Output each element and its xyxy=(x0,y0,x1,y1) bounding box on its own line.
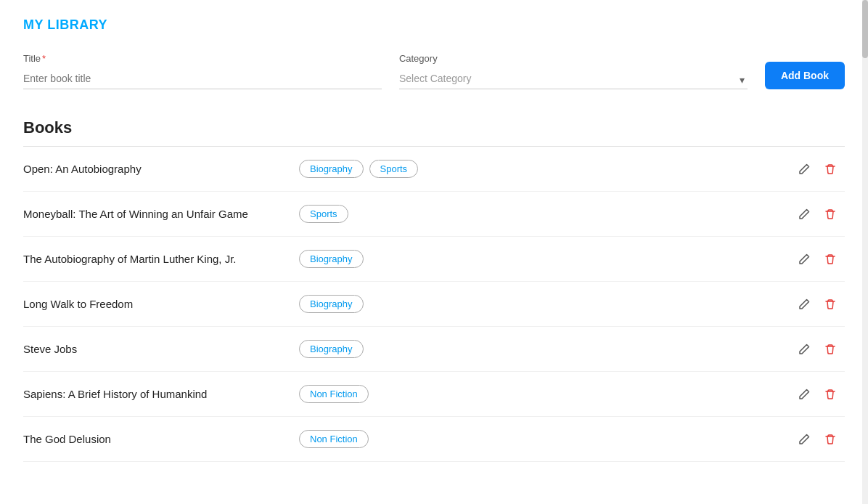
category-badge: Non Fiction xyxy=(299,385,369,403)
trash-icon xyxy=(824,163,836,175)
edit-book-button[interactable] xyxy=(795,341,813,358)
category-badge: Biography xyxy=(299,295,364,313)
scrollbar-track[interactable] xyxy=(862,0,868,504)
edit-book-button[interactable] xyxy=(795,251,813,268)
title-label: Title* xyxy=(23,53,382,64)
title-input[interactable] xyxy=(23,70,382,89)
trash-icon xyxy=(824,298,836,310)
trash-icon xyxy=(824,253,836,265)
table-row: The God DelusionNon Fiction xyxy=(23,417,845,462)
edit-book-button[interactable] xyxy=(795,386,813,403)
delete-book-button[interactable] xyxy=(822,251,839,268)
pencil-icon xyxy=(798,208,810,220)
title-field-container: Title* xyxy=(23,53,382,89)
category-badge: Sports xyxy=(299,205,348,223)
book-categories: Non Fiction xyxy=(299,385,795,403)
table-row: Sapiens: A Brief History of HumankindNon… xyxy=(23,372,845,417)
app-title: MY LIBRARY xyxy=(23,17,845,33)
delete-book-button[interactable] xyxy=(822,386,839,403)
books-list: Open: An AutobiographyBiographySports Mo… xyxy=(23,147,845,462)
book-actions xyxy=(795,251,845,268)
book-categories: Non Fiction xyxy=(299,430,795,448)
book-title: Moneyball: The Art of Winning an Unfair … xyxy=(23,208,299,220)
delete-book-button[interactable] xyxy=(822,296,839,313)
table-row: The Autobiography of Martin Luther King,… xyxy=(23,237,845,282)
table-row: Steve JobsBiography xyxy=(23,327,845,372)
edit-book-button[interactable] xyxy=(795,160,813,178)
required-indicator: * xyxy=(42,53,46,64)
book-categories: BiographySports xyxy=(299,160,795,178)
book-title: Steve Jobs xyxy=(23,343,299,355)
book-title: Open: An Autobiography xyxy=(23,163,299,175)
add-book-button[interactable]: Add Book xyxy=(765,62,845,89)
delete-book-button[interactable] xyxy=(822,341,839,358)
book-categories: Biography xyxy=(299,340,795,358)
book-title: The Autobiography of Martin Luther King,… xyxy=(23,253,299,265)
category-select[interactable]: Select Category Biography Sports Non Fic… xyxy=(399,70,748,89)
edit-book-button[interactable] xyxy=(795,296,813,313)
delete-book-button[interactable] xyxy=(822,431,839,448)
pencil-icon xyxy=(798,298,810,310)
pencil-icon xyxy=(798,163,810,175)
category-badge: Non Fiction xyxy=(299,430,369,448)
trash-icon xyxy=(824,389,836,400)
trash-icon xyxy=(824,434,836,445)
trash-icon xyxy=(824,344,836,355)
pencil-icon xyxy=(798,434,810,445)
pencil-icon xyxy=(798,344,810,355)
table-row: Long Walk to FreedomBiography xyxy=(23,282,845,327)
delete-book-button[interactable] xyxy=(822,160,839,178)
edit-book-button[interactable] xyxy=(795,431,813,448)
book-categories: Biography xyxy=(299,250,795,268)
add-book-form: Title* Category Select Category Biograph… xyxy=(23,53,845,89)
book-actions xyxy=(795,206,845,223)
book-actions xyxy=(795,386,845,403)
book-actions xyxy=(795,341,845,358)
category-badge: Biography xyxy=(299,160,364,178)
delete-book-button[interactable] xyxy=(822,206,839,223)
book-actions xyxy=(795,296,845,313)
scrollbar-thumb[interactable] xyxy=(862,0,868,58)
edit-book-button[interactable] xyxy=(795,206,813,223)
book-title: The God Delusion xyxy=(23,433,299,445)
book-title: Long Walk to Freedom xyxy=(23,298,299,310)
category-badge: Biography xyxy=(299,250,364,268)
books-heading: Books xyxy=(23,118,845,137)
category-badge: Biography xyxy=(299,340,364,358)
book-categories: Biography xyxy=(299,295,795,313)
category-label: Category xyxy=(399,53,748,64)
book-actions xyxy=(795,431,845,448)
pencil-icon xyxy=(798,389,810,400)
books-section: Books Open: An AutobiographyBiographySpo… xyxy=(23,118,845,462)
category-field-container: Category Select Category Biography Sport… xyxy=(399,53,748,89)
category-badge: Sports xyxy=(369,160,419,178)
category-wrapper: Select Category Biography Sports Non Fic… xyxy=(399,70,748,89)
book-actions xyxy=(795,160,845,178)
pencil-icon xyxy=(798,253,810,265)
book-categories: Sports xyxy=(299,205,795,223)
book-title: Sapiens: A Brief History of Humankind xyxy=(23,388,299,400)
table-row: Moneyball: The Art of Winning an Unfair … xyxy=(23,192,845,237)
table-row: Open: An AutobiographyBiographySports xyxy=(23,147,845,192)
trash-icon xyxy=(824,208,836,220)
